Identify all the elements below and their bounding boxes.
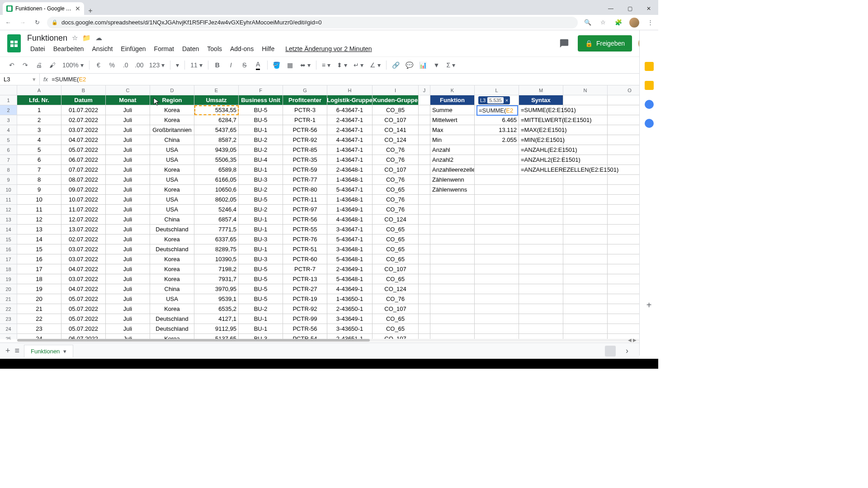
new-tab-button[interactable]: + <box>84 7 97 15</box>
cell-lfdnr[interactable]: 3 <box>17 125 61 135</box>
row-header[interactable]: 12 <box>0 205 17 215</box>
cell-umsatz[interactable]: 6535,2 <box>194 304 239 314</box>
cell-monat[interactable]: Juli <box>106 155 150 165</box>
cell-monat[interactable]: Juli <box>106 135 150 145</box>
side-fn-name[interactable]: Mittelwert <box>430 115 475 125</box>
cell[interactable] <box>475 235 519 244</box>
column-header[interactable] <box>0 85 17 95</box>
cell-businessunit[interactable]: BU-2 <box>239 205 283 215</box>
window-close-button[interactable]: ✕ <box>639 2 658 15</box>
cell[interactable] <box>519 284 563 294</box>
cell[interactable] <box>419 254 430 264</box>
cell[interactable] <box>430 215 475 225</box>
cell[interactable] <box>519 225 563 235</box>
cell-region[interactable]: China <box>150 215 194 225</box>
cell-monat[interactable]: Juli <box>106 165 150 175</box>
cell-logistikgruppe[interactable]: 5-43647-1 <box>327 235 373 244</box>
row-header[interactable]: 20 <box>0 284 17 294</box>
cell-umsatz[interactable]: 7771,5 <box>194 225 239 235</box>
cell[interactable] <box>519 254 563 264</box>
valign-button[interactable]: ⬍ ▾ <box>334 59 350 71</box>
cell[interactable] <box>430 304 475 314</box>
side-fn-value[interactable] <box>475 175 519 185</box>
cell-region[interactable]: Korea <box>150 185 194 195</box>
cell-umsatz[interactable]: 8289,75 <box>194 244 239 254</box>
share-button[interactable]: 🔒 Freigeben <box>578 35 632 52</box>
cloud-status-icon[interactable]: ☁ <box>95 34 102 42</box>
cell[interactable] <box>419 165 430 175</box>
cell-umsatz[interactable]: 5506,35 <box>194 155 239 165</box>
side-fn-name[interactable]: Anzahlleerezellen <box>430 165 475 175</box>
side-fn-name[interactable]: Anzahl2 <box>430 155 475 165</box>
cell-profitcenter[interactable]: PCTR-76 <box>283 235 327 244</box>
cell[interactable] <box>563 294 608 304</box>
cell-kundengruppe[interactable]: CO_65 <box>373 254 419 264</box>
cell[interactable] <box>419 274 430 284</box>
row-header[interactable]: 13 <box>0 215 17 225</box>
cell[interactable] <box>419 185 430 195</box>
cell-region[interactable]: Korea <box>150 165 194 175</box>
nav-forward-button[interactable]: → <box>18 18 27 27</box>
cell-monat[interactable]: Juli <box>106 175 150 185</box>
cell[interactable] <box>563 205 608 215</box>
cell-logistikgruppe[interactable]: 2-43648-1 <box>327 165 373 175</box>
link-button[interactable]: 🔗 <box>389 59 402 71</box>
cell[interactable] <box>419 125 430 135</box>
cell-umsatz[interactable]: 7198,2 <box>194 264 239 274</box>
cell-datum[interactable]: 04.07.2022 <box>61 284 106 294</box>
cell-monat[interactable]: Juli <box>106 225 150 235</box>
cell-region[interactable]: China <box>150 284 194 294</box>
cell[interactable] <box>563 304 608 314</box>
increase-decimal-button[interactable]: .00 <box>133 59 146 71</box>
side-fn-value[interactable]: 6.465 <box>475 115 519 125</box>
cell[interactable] <box>563 185 608 195</box>
column-header[interactable]: D <box>150 85 194 95</box>
cell-kundengruppe[interactable]: CO_65 <box>373 274 419 284</box>
tasks-icon[interactable] <box>645 100 654 109</box>
cell-businessunit[interactable]: BU-2 <box>239 304 283 314</box>
cell-logistikgruppe[interactable]: 1-43647-1 <box>327 145 373 155</box>
cell[interactable] <box>419 175 430 185</box>
menu-daten[interactable]: Daten <box>179 44 202 54</box>
cell-lfdnr[interactable]: 11 <box>17 205 61 215</box>
cell-datum[interactable]: 11.07.2022 <box>61 205 106 215</box>
side-fn-syntax[interactable] <box>519 185 563 195</box>
cell[interactable] <box>563 264 608 274</box>
cell-datum[interactable]: 10.07.2022 <box>61 195 106 205</box>
cell-logistikgruppe[interactable]: 6-43647-1 <box>327 105 373 115</box>
cell-region[interactable]: Deutschland <box>150 314 194 324</box>
cell[interactable] <box>519 215 563 225</box>
cell-businessunit[interactable]: BU-5 <box>239 115 283 125</box>
cell[interactable] <box>475 225 519 235</box>
menu-ansicht[interactable]: Ansicht <box>89 44 116 54</box>
cell-monat[interactable]: Juli <box>106 145 150 155</box>
column-header[interactable]: N <box>563 85 608 95</box>
menu-einfuegen[interactable]: Einfügen <box>118 44 149 54</box>
cell-lfdnr[interactable]: 23 <box>17 324 61 334</box>
wrap-button[interactable]: ↵ ▾ <box>351 59 367 71</box>
cell[interactable] <box>563 225 608 235</box>
cell-kundengruppe[interactable]: CO_107 <box>373 264 419 274</box>
cell[interactable] <box>475 314 519 324</box>
cell[interactable] <box>475 195 519 205</box>
cell[interactable] <box>430 235 475 244</box>
cell-lfdnr[interactable]: 1 <box>17 105 61 115</box>
cell-profitcenter[interactable]: PCTR-19 <box>283 294 327 304</box>
last-edit-link[interactable]: Letzte Änderung vor 2 Minuten <box>282 44 375 54</box>
borders-button[interactable]: ▦ <box>284 59 297 71</box>
bold-button[interactable]: B <box>211 59 224 71</box>
cell[interactable] <box>419 314 430 324</box>
cell-logistikgruppe[interactable]: 2-43650-1 <box>327 304 373 314</box>
extensions-icon[interactable]: 🧩 <box>614 18 623 27</box>
cell-logistikgruppe[interactable]: 2-43649-1 <box>327 264 373 274</box>
cell-logistikgruppe[interactable]: 4-43648-1 <box>327 215 373 225</box>
cell-umsatz[interactable]: 10390,5 <box>194 254 239 264</box>
cell-datum[interactable]: 05.07.2022 <box>61 294 106 304</box>
column-header[interactable]: H <box>327 85 373 95</box>
row-header[interactable]: 23 <box>0 314 17 324</box>
menu-datei[interactable]: Datei <box>27 44 48 54</box>
cell[interactable] <box>419 304 430 314</box>
cell[interactable] <box>563 254 608 264</box>
cell-profitcenter[interactable]: PCTR-99 <box>283 314 327 324</box>
column-header[interactable]: E <box>194 85 239 95</box>
